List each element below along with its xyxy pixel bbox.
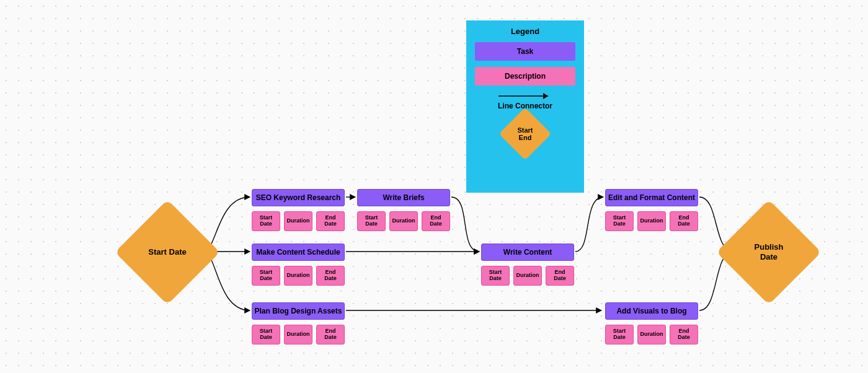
task-briefs[interactable]: Write Briefs Start Date Duration End Dat… bbox=[357, 189, 450, 231]
diagram-canvas[interactable]: Start Date Publish Date SEO Keyword Rese… bbox=[0, 0, 868, 373]
chip-start-date[interactable]: Start Date bbox=[357, 211, 386, 231]
end-label: Publish Date bbox=[732, 215, 806, 289]
legend-desc-swatch: Description bbox=[475, 67, 575, 86]
start-node[interactable]: Start Date bbox=[130, 215, 205, 289]
chip-end-date[interactable]: End Date bbox=[670, 325, 698, 344]
task-meta-row: Start Date Duration End Date bbox=[605, 211, 698, 231]
chip-start-date[interactable]: Start Date bbox=[252, 266, 280, 286]
chip-end-date[interactable]: End Date bbox=[316, 211, 345, 231]
legend-title: Legend bbox=[466, 27, 584, 36]
chip-duration[interactable]: Duration bbox=[513, 266, 542, 286]
start-label: Start Date bbox=[130, 215, 205, 289]
chip-end-date[interactable]: End Date bbox=[670, 211, 698, 231]
task-title: Write Briefs bbox=[357, 189, 450, 206]
task-meta-row: Start Date Duration End Date bbox=[605, 325, 698, 344]
legend-arrow-icon bbox=[497, 92, 553, 100]
legend-diamond: Start End bbox=[507, 115, 544, 152]
task-meta-row: Start Date Duration End Date bbox=[252, 325, 345, 344]
connectors-layer bbox=[0, 0, 868, 373]
legend-panel[interactable]: Legend Task Description Line Connector S… bbox=[466, 20, 584, 193]
chip-start-date[interactable]: Start Date bbox=[605, 325, 634, 344]
legend-startend-label: Start End bbox=[507, 115, 544, 152]
task-title: Plan Blog Design Assets bbox=[252, 302, 345, 320]
chip-duration[interactable]: Duration bbox=[637, 211, 666, 231]
task-title: SEO Keyword Research bbox=[252, 189, 345, 206]
chip-end-date[interactable]: End Date bbox=[546, 266, 574, 286]
chip-start-date[interactable]: Start Date bbox=[481, 266, 510, 286]
chip-end-date[interactable]: End Date bbox=[316, 266, 345, 286]
chip-duration[interactable]: Duration bbox=[637, 325, 666, 344]
chip-duration[interactable]: Duration bbox=[389, 211, 418, 231]
end-node[interactable]: Publish Date bbox=[732, 215, 806, 289]
task-meta-row: Start Date Duration End Date bbox=[481, 266, 574, 286]
chip-duration[interactable]: Duration bbox=[284, 211, 312, 231]
task-schedule[interactable]: Make Content Schedule Start Date Duratio… bbox=[252, 244, 345, 286]
legend-task-swatch: Task bbox=[475, 42, 575, 61]
task-visuals[interactable]: Add Visuals to Blog Start Date Duration … bbox=[605, 302, 698, 344]
chip-duration[interactable]: Duration bbox=[284, 325, 312, 344]
chip-start-date[interactable]: Start Date bbox=[252, 325, 280, 344]
task-title: Add Visuals to Blog bbox=[605, 302, 698, 320]
task-meta-row: Start Date Duration End Date bbox=[252, 211, 345, 231]
task-title: Write Content bbox=[481, 244, 574, 261]
chip-duration[interactable]: Duration bbox=[284, 266, 312, 286]
task-meta-row: Start Date Duration End Date bbox=[252, 266, 345, 286]
task-write[interactable]: Write Content Start Date Duration End Da… bbox=[481, 244, 574, 286]
task-title: Edit and Format Content bbox=[605, 189, 698, 206]
task-title: Make Content Schedule bbox=[252, 244, 345, 261]
chip-start-date[interactable]: Start Date bbox=[605, 211, 634, 231]
task-plan[interactable]: Plan Blog Design Assets Start Date Durat… bbox=[252, 302, 345, 344]
task-seo[interactable]: SEO Keyword Research Start Date Duration… bbox=[252, 189, 345, 231]
chip-end-date[interactable]: End Date bbox=[422, 211, 450, 231]
chip-start-date[interactable]: Start Date bbox=[252, 211, 280, 231]
chip-end-date[interactable]: End Date bbox=[316, 325, 345, 344]
task-edit[interactable]: Edit and Format Content Start Date Durat… bbox=[605, 189, 698, 231]
task-meta-row: Start Date Duration End Date bbox=[357, 211, 450, 231]
